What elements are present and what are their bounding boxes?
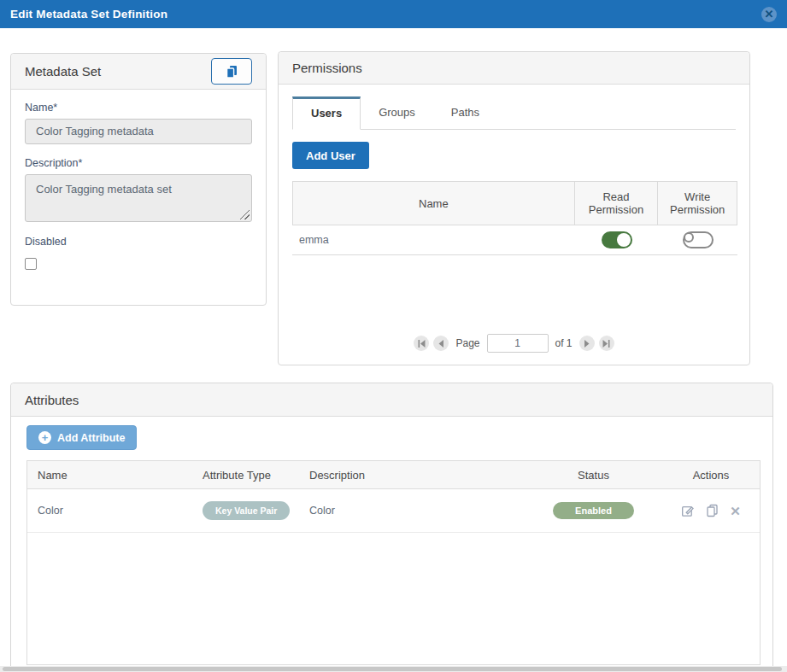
- next-page-button[interactable]: [579, 336, 595, 351]
- add-user-button[interactable]: Add User: [292, 142, 369, 169]
- modal-title: Edit Metadata Set Definition: [10, 8, 167, 20]
- next-page-icon: [583, 340, 590, 348]
- delete-attribute-button[interactable]: ✕: [730, 505, 741, 517]
- add-attribute-label: Add Attribute: [57, 432, 125, 444]
- description-field[interactable]: Color Tagging metadata set: [25, 174, 252, 222]
- permissions-panel-title: Permissions: [292, 61, 362, 75]
- page-number-input[interactable]: [487, 334, 549, 353]
- description-label: Description*: [25, 157, 252, 169]
- page-label: Page: [453, 337, 482, 349]
- prev-page-icon: [438, 340, 445, 348]
- write-permission-toggle[interactable]: [683, 231, 714, 248]
- permissions-tabs: Users Groups Paths: [292, 96, 736, 130]
- user-name: emma: [292, 225, 575, 254]
- metadata-set-panel: Metadata Set Name* Color Tagging metadat…: [10, 53, 267, 306]
- disabled-label: Disabled: [25, 236, 252, 248]
- description-value: Color Tagging metadata set: [36, 183, 172, 196]
- modal-titlebar: Edit Metadata Set Definition ✕: [0, 0, 787, 28]
- plus-icon: +: [38, 431, 51, 444]
- page-of-label: of 1: [553, 337, 575, 349]
- column-header-actions: Actions: [664, 461, 758, 488]
- prev-page-button[interactable]: [433, 336, 449, 351]
- column-header-read-permission: Read Permission: [575, 182, 659, 225]
- edit-attribute-button[interactable]: [681, 504, 695, 517]
- toggle-knob: [684, 232, 694, 243]
- tab-users[interactable]: Users: [292, 96, 361, 130]
- attributes-panel-header: Attributes: [11, 383, 772, 417]
- edit-metadata-set-modal: Edit Metadata Set Definition ✕ Metadata …: [0, 0, 787, 672]
- read-permission-toggle[interactable]: [602, 231, 632, 248]
- permissions-panel-header: Permissions: [279, 52, 749, 85]
- metadata-set-panel-title: Metadata Set: [25, 64, 101, 79]
- scrollbar-thumb[interactable]: [3, 667, 782, 671]
- name-field[interactable]: Color Tagging metadata: [25, 119, 252, 144]
- metadata-set-panel-header: Metadata Set: [11, 54, 266, 90]
- tab-groups[interactable]: Groups: [361, 96, 433, 129]
- horizontal-scrollbar[interactable]: [0, 666, 787, 672]
- attributes-panel-title: Attributes: [25, 393, 79, 407]
- attribute-name: Color: [27, 489, 203, 532]
- tab-paths[interactable]: Paths: [433, 96, 497, 129]
- pagination: Page of 1: [279, 334, 749, 353]
- first-page-button[interactable]: [414, 336, 429, 351]
- close-icon[interactable]: ✕: [761, 7, 777, 22]
- copy-icon: [224, 64, 239, 79]
- users-permission-table: Name Read Permission Write Permission em…: [292, 181, 737, 255]
- last-page-icon: [602, 340, 610, 348]
- attributes-panel: Attributes + Add Attribute Name Attribut…: [10, 383, 773, 672]
- column-header-name: Name: [27, 461, 203, 488]
- table-row: Color Key Value Pair Color Enabled: [27, 489, 760, 533]
- disabled-checkbox[interactable]: [25, 258, 37, 270]
- column-header-description: Description: [309, 461, 523, 488]
- column-header-attribute-type: Attribute Type: [203, 461, 309, 488]
- status-badge: Enabled: [553, 502, 634, 519]
- permissions-panel: Permissions Users Groups Paths Add User …: [278, 51, 750, 365]
- permissions-panel-body: Users Groups Paths Add User Name Read Pe…: [279, 85, 749, 365]
- attribute-description: Color: [309, 489, 523, 532]
- column-header-status: Status: [523, 461, 664, 488]
- toggle-knob: [617, 233, 631, 247]
- table-row: emma: [292, 225, 737, 255]
- name-label: Name*: [25, 102, 252, 114]
- resize-handle-icon[interactable]: [240, 210, 250, 219]
- edit-icon: [681, 504, 695, 517]
- add-attribute-button[interactable]: + Add Attribute: [26, 425, 137, 450]
- attributes-table-header: Name Attribute Type Description Status A…: [27, 461, 760, 489]
- copy-attribute-button[interactable]: [706, 504, 719, 517]
- attributes-panel-body: + Add Attribute Name Attribute Type Desc…: [11, 417, 772, 672]
- metadata-set-panel-body: Name* Color Tagging metadata Description…: [11, 90, 266, 285]
- column-header-write-permission: Write Permission: [658, 182, 737, 225]
- last-page-button[interactable]: [599, 336, 614, 351]
- column-header-name: Name: [293, 182, 575, 225]
- attribute-type-badge: Key Value Pair: [203, 501, 290, 520]
- copy-icon: [706, 504, 719, 517]
- first-page-icon: [418, 340, 426, 348]
- attributes-table: Name Attribute Type Description Status A…: [26, 460, 761, 665]
- copy-metadata-set-button[interactable]: [211, 58, 252, 85]
- users-table-header: Name Read Permission Write Permission: [292, 181, 737, 225]
